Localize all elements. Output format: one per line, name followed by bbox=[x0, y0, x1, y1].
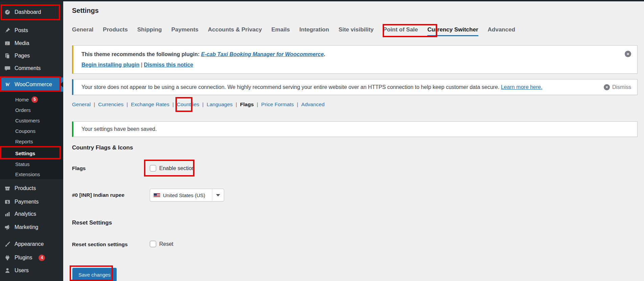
sidebar-item-woocommerce[interactable]: W WooCommerce bbox=[0, 77, 63, 92]
sidebar-item-posts[interactable]: Posts bbox=[0, 24, 63, 37]
dismiss-close-icon: × bbox=[604, 84, 610, 90]
subnav-separator: | bbox=[202, 101, 204, 108]
tab-emails[interactable]: Emails bbox=[271, 26, 290, 33]
sidebar-label-payments: Payments bbox=[15, 199, 39, 205]
sidebar-item-payments[interactable]: $ Payments bbox=[0, 195, 63, 208]
currency-field-label: #0 [INR] Indian rupee bbox=[72, 192, 124, 198]
sidebar-item-dashboard[interactable]: Dashboard bbox=[0, 5, 63, 19]
tab-shipping[interactable]: Shipping bbox=[137, 26, 162, 33]
admin-top-bar bbox=[0, 0, 644, 1]
sidebar-item-comments[interactable]: Comments bbox=[0, 62, 63, 75]
submenu-item-status[interactable]: Status bbox=[0, 159, 63, 169]
svg-text:$: $ bbox=[6, 200, 9, 204]
flags-field-label: Flags bbox=[72, 165, 86, 171]
dismiss-notice-link[interactable]: Dismiss this notice bbox=[144, 62, 193, 68]
sidebar-item-marketing[interactable]: Marketing bbox=[0, 221, 63, 234]
plugin-notice-text: This theme recommends the following plug… bbox=[81, 51, 629, 57]
reset-checkbox-label: Reset bbox=[159, 241, 173, 247]
submenu-arrow-icon bbox=[60, 81, 63, 88]
sidebar-item-media[interactable]: ♪ Media bbox=[0, 37, 63, 50]
products-icon bbox=[4, 185, 11, 192]
page-title: Settings bbox=[72, 7, 99, 15]
admin-sidebar: Dashboard Posts ♪ Media Pages Comments W… bbox=[0, 0, 63, 281]
subnav-currencies[interactable]: Currencies bbox=[98, 101, 123, 108]
subnav-languages[interactable]: Languages bbox=[207, 101, 233, 108]
plugins-count-badge: 4 bbox=[39, 255, 45, 261]
tab-point-of-sale[interactable]: Point of Sale bbox=[383, 26, 418, 33]
tab-integration[interactable]: Integration bbox=[300, 26, 329, 33]
plugin-notice-period: . bbox=[324, 51, 325, 57]
sidebar-item-appearance[interactable]: Appearance bbox=[0, 238, 63, 251]
submenu-label-status: Status bbox=[15, 161, 30, 167]
tab-currency-switcher[interactable]: Currency Switcher bbox=[427, 26, 478, 36]
subnav-separator: | bbox=[94, 101, 95, 108]
home-count-badge: 5 bbox=[31, 96, 38, 103]
sidebar-item-plugins[interactable]: Plugins 4 bbox=[0, 251, 63, 264]
subnav-separator: | bbox=[126, 101, 128, 108]
sidebar-label-appearance: Appearance bbox=[15, 241, 44, 247]
settings-tabs: General Products Shipping Payments Accou… bbox=[72, 26, 515, 36]
sidebar-label-dashboard: Dashboard bbox=[15, 9, 41, 15]
sidebar-label-products: Products bbox=[15, 185, 36, 191]
subnav-general[interactable]: General bbox=[72, 101, 91, 108]
submenu-item-orders[interactable]: Orders bbox=[0, 105, 63, 115]
tab-advanced[interactable]: Advanced bbox=[488, 26, 515, 33]
users-icon bbox=[4, 267, 11, 274]
submenu-item-coupons[interactable]: Coupons bbox=[0, 126, 63, 136]
tab-general[interactable]: General bbox=[72, 26, 93, 33]
close-icon[interactable]: × bbox=[625, 51, 631, 57]
marketing-icon bbox=[4, 224, 11, 231]
sidebar-item-analytics[interactable]: Analytics bbox=[0, 208, 63, 220]
media-icon: ♪ bbox=[4, 40, 11, 47]
submenu-label-reports: Reports bbox=[15, 139, 33, 144]
tab-accounts-privacy[interactable]: Accounts & Privacy bbox=[208, 26, 262, 33]
enable-section-checkbox[interactable] bbox=[150, 165, 156, 171]
subnav-price-formats[interactable]: Price Formats bbox=[261, 101, 294, 108]
tab-payments[interactable]: Payments bbox=[171, 26, 198, 33]
tab-site-visibility[interactable]: Site visibility bbox=[338, 26, 374, 33]
country-select-dropdown[interactable]: United States (US) bbox=[150, 189, 224, 202]
tab-products[interactable]: Products bbox=[103, 26, 128, 33]
reset-checkbox[interactable] bbox=[150, 241, 156, 247]
plugin-name-link[interactable]: E-cab Taxi Booking Manager for Woocommer… bbox=[201, 51, 324, 57]
begin-install-link[interactable]: Begin installing plugin bbox=[81, 62, 140, 68]
subnav-advanced[interactable]: Advanced bbox=[301, 101, 325, 108]
submenu-item-reports[interactable]: Reports bbox=[0, 136, 63, 146]
plugin-notice-message: This theme recommends the following plug… bbox=[81, 51, 199, 57]
actions-separator: | bbox=[141, 62, 142, 68]
woocommerce-icon: W bbox=[4, 81, 11, 88]
sidebar-label-plugins: Plugins bbox=[15, 255, 32, 261]
subnav-exchange-rates[interactable]: Exchange Rates bbox=[131, 101, 169, 108]
submenu-item-home[interactable]: Home 5 bbox=[0, 94, 63, 104]
sidebar-label-posts: Posts bbox=[15, 27, 28, 33]
sidebar-item-users[interactable]: Users bbox=[0, 264, 63, 277]
plugin-notice-actions: Begin installing plugin | Dismiss this n… bbox=[81, 62, 629, 68]
dismiss-button[interactable]: × Dismiss bbox=[604, 84, 631, 90]
save-changes-button[interactable]: Save changes bbox=[72, 268, 117, 281]
sidebar-label-media: Media bbox=[15, 40, 29, 46]
subnav-separator: | bbox=[257, 101, 258, 108]
sidebar-item-pages[interactable]: Pages bbox=[0, 49, 63, 62]
subnav-separator: | bbox=[172, 101, 174, 108]
sidebar-label-woocommerce: WooCommerce bbox=[15, 81, 52, 88]
currency-switcher-subnav: General| Currencies| Exchange Rates| Cou… bbox=[72, 101, 325, 108]
main-content: Settings General Products Shipping Payme… bbox=[63, 0, 644, 281]
sidebar-label-users: Users bbox=[15, 267, 29, 274]
submenu-item-settings[interactable]: Settings bbox=[0, 148, 63, 159]
submenu-item-extensions[interactable]: Extensions bbox=[0, 169, 63, 179]
country-flags-heading: Country Flags & Icons bbox=[72, 144, 133, 151]
submenu-label-coupons: Coupons bbox=[15, 128, 35, 134]
payments-icon: $ bbox=[4, 198, 11, 205]
chevron-down-icon bbox=[212, 194, 224, 196]
us-flag-icon bbox=[153, 193, 160, 197]
submenu-item-customers[interactable]: Customers bbox=[0, 115, 63, 125]
settings-saved-notice: Your settings have been saved. bbox=[72, 121, 638, 137]
subnav-separator: | bbox=[236, 101, 237, 108]
subnav-flags[interactable]: Flags bbox=[240, 101, 254, 108]
dashboard-icon bbox=[4, 9, 11, 16]
saved-notice-text: Your settings have been saved. bbox=[81, 126, 157, 132]
subnav-countries[interactable]: Countries bbox=[177, 101, 199, 108]
dismiss-label: Dismiss bbox=[612, 84, 631, 90]
learn-more-link[interactable]: Learn more here. bbox=[501, 84, 543, 90]
sidebar-item-products[interactable]: Products bbox=[0, 182, 63, 195]
